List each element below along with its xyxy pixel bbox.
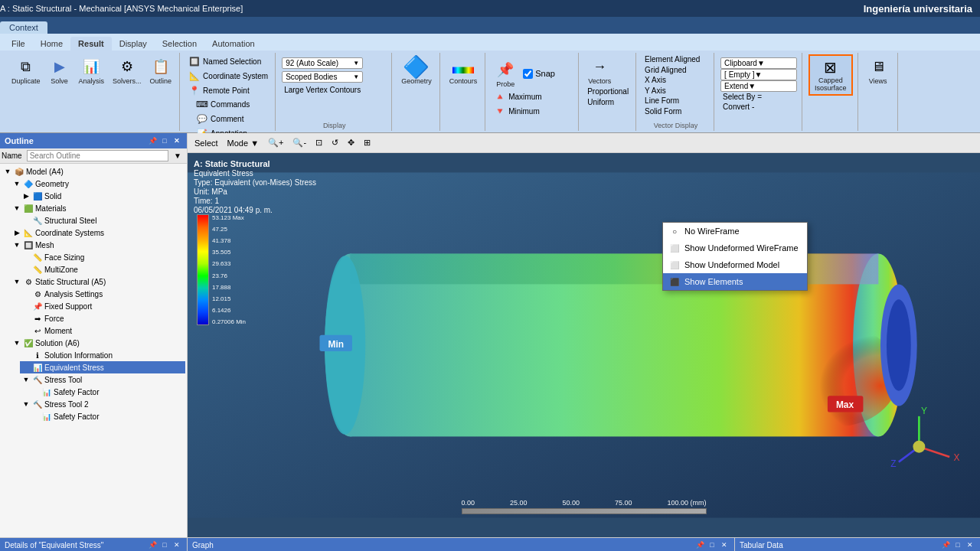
vectors-btn[interactable]: → Vectors: [585, 54, 614, 86]
graph-pin-btn[interactable]: 📌: [694, 540, 705, 550]
tabular-pin-btn[interactable]: 📌: [940, 540, 951, 550]
extend-dropdown[interactable]: Extend ▼: [720, 80, 797, 92]
vp-subtitle: Equivalent Stress: [194, 169, 316, 178]
empty-dropdown[interactable]: [ Empty ] ▼: [720, 69, 797, 80]
coords-expand[interactable]: ▶: [12, 229, 21, 236]
outline-search-input[interactable]: [27, 150, 168, 161]
views-btn[interactable]: 🖥 Views: [864, 54, 892, 86]
remote-point-btn[interactable]: 📍 Remote Point: [186, 83, 270, 97]
tree-item-facesizing[interactable]: 📏 Face Sizing: [20, 251, 185, 263]
outline-pin-btn[interactable]: 📌: [147, 135, 158, 146]
zoom-fit-btn[interactable]: ⊡: [312, 136, 326, 149]
tree-item-coords[interactable]: ▶ 📐 Coordinate Systems: [11, 227, 185, 239]
details-pin-btn[interactable]: 📌: [147, 540, 158, 550]
grid-aligned-btn[interactable]: Grid Aligned: [642, 65, 702, 75]
stresstool2-expand[interactable]: ▼: [21, 400, 31, 408]
pan-btn[interactable]: ✥: [344, 136, 358, 149]
commands-btn[interactable]: ⌨ Commands: [194, 97, 252, 111]
contours-btn[interactable]: ▬ Contours: [446, 54, 481, 86]
minimum-btn[interactable]: 🔻 Minimum: [492, 104, 544, 118]
details-close-btn[interactable]: ✕: [172, 540, 182, 550]
capped-btn[interactable]: ⊠ Capped Isosurface: [808, 54, 853, 96]
line-form-btn[interactable]: Line Form: [642, 96, 684, 106]
dropdown-item-undeformed-model[interactable]: ⬜ Show Undeformed Model: [663, 256, 807, 273]
tree-item-solution[interactable]: ▼ ✅ Solution (A6): [11, 337, 185, 349]
uniform-btn[interactable]: Uniform: [585, 97, 631, 107]
tree-item-eqstress[interactable]: 📊 Equivalent Stress: [20, 361, 185, 373]
outline-max-btn[interactable]: □: [159, 135, 170, 146]
tab-result[interactable]: Result: [70, 37, 112, 51]
tree-item-solinfo[interactable]: ℹ Solution Information: [20, 349, 185, 361]
coord-system-btn[interactable]: 📐 Coordinate System: [186, 69, 270, 83]
geometry-expand[interactable]: ▼: [12, 180, 21, 187]
details-max-btn[interactable]: □: [159, 540, 170, 550]
select-btn[interactable]: Select: [191, 137, 222, 149]
tab-home[interactable]: Home: [33, 37, 70, 51]
tree-item-materials[interactable]: ▼ 🟩 Materials: [11, 202, 185, 214]
tree-item-multizone[interactable]: 📏 MultiZone: [20, 263, 185, 276]
named-selection-btn[interactable]: 🔲 Named Selection: [186, 54, 270, 68]
rotate-btn[interactable]: ↺: [328, 136, 342, 149]
stresstool-expand[interactable]: ▼: [21, 376, 31, 383]
snap-checkbox[interactable]: [523, 69, 533, 79]
outline-btn[interactable]: 📋 Outline: [147, 54, 175, 86]
model-expand[interactable]: ▼: [3, 168, 12, 175]
large-vertex-btn[interactable]: Large Vertex Contours: [282, 85, 363, 95]
solid-expand[interactable]: ▶: [21, 192, 31, 200]
dropdown-item-show-elements[interactable]: ⬛ Show Elements: [663, 273, 807, 290]
zoom-in-btn[interactable]: 🔍+: [264, 136, 287, 149]
solid-form-btn[interactable]: Solid Form: [642, 106, 684, 116]
tree-item-safetyfactor[interactable]: 📊 Safety Factor: [29, 386, 185, 398]
tab-automation[interactable]: Automation: [204, 37, 263, 51]
graph-max-btn[interactable]: □: [707, 540, 717, 550]
tabular-max-btn[interactable]: □: [952, 540, 963, 550]
tab-file[interactable]: File: [4, 37, 33, 51]
analysis-btn[interactable]: 📊 Analysis: [76, 54, 108, 86]
tree-item-moment[interactable]: ↩ Moment: [20, 324, 185, 337]
zoom-box-btn[interactable]: ⊞: [360, 136, 374, 149]
outline-close-btn[interactable]: ✕: [172, 135, 182, 146]
mesh-expand[interactable]: ▼: [12, 241, 21, 249]
solve-btn[interactable]: ▶ Solve: [46, 54, 74, 86]
tree-item-mesh[interactable]: ▼ 🔲 Mesh: [11, 239, 185, 251]
scoped-bodies-dropdown[interactable]: Scoped Bodies ▼: [282, 71, 363, 83]
element-aligned-btn[interactable]: Element Aligned: [642, 54, 702, 64]
tree-item-force[interactable]: ➡ Force: [20, 312, 185, 324]
maximum-btn[interactable]: 🔺 Maximum: [492, 90, 544, 103]
dropdown-item-undeformed-wire[interactable]: ⬜ Show Undeformed WireFrame: [663, 240, 807, 256]
tree-item-analysis-settings[interactable]: ⚙ Analysis Settings: [20, 288, 185, 300]
tree-item-geometry[interactable]: ▼ 🔷 Geometry: [11, 178, 185, 190]
convert-btn[interactable]: Convert -: [720, 102, 756, 112]
solution-expand[interactable]: ▼: [12, 339, 21, 347]
probe-btn[interactable]: 📌 Probe: [492, 57, 519, 90]
tab-display[interactable]: Display: [112, 37, 155, 51]
auto-scale-dropdown[interactable]: 92 (Auto Scale) ▼: [282, 57, 363, 69]
materials-expand[interactable]: ▼: [12, 204, 21, 212]
tree-item-model[interactable]: ▼ 📦 Model (A4): [2, 165, 185, 178]
zoom-out-btn[interactable]: 🔍-: [289, 136, 310, 149]
solvers-btn[interactable]: ⚙ Solvers...: [109, 54, 145, 86]
mode-btn[interactable]: Mode ▼: [224, 137, 263, 149]
tree-item-safetyfactor2[interactable]: 📊 Safety Factor: [29, 410, 185, 422]
y-axis-btn[interactable]: Y Axis: [642, 86, 668, 96]
dropdown-item-nowireframe[interactable]: ○ No WireFrame: [663, 223, 807, 240]
tree-item-fixed-support[interactable]: 📌 Fixed Support: [20, 300, 185, 312]
tab-selection[interactable]: Selection: [155, 37, 204, 51]
graph-close-btn[interactable]: ✕: [719, 540, 730, 550]
static-expand[interactable]: ▼: [12, 278, 21, 285]
duplicate-btn[interactable]: ⧉ Duplicate: [8, 54, 44, 86]
tree-item-steel[interactable]: 🔧 Structural Steel: [20, 214, 185, 227]
outline-filter-btn[interactable]: ▼: [170, 150, 185, 161]
context-tab[interactable]: Context: [0, 21, 47, 34]
tree-item-stresstool2[interactable]: ▼ 🔨 Stress Tool 2: [20, 398, 185, 410]
select-by-btn[interactable]: Select By =: [720, 92, 764, 102]
tabular-close-btn[interactable]: ✕: [965, 540, 975, 550]
clipboard-dropdown[interactable]: Clipboard ▼: [720, 57, 797, 69]
tree-item-solid[interactable]: ▶ 🟦 Solid: [20, 190, 185, 202]
tree-item-stresstool[interactable]: ▼ 🔨 Stress Tool: [20, 373, 185, 386]
comment-btn[interactable]: 💬 Comment: [194, 112, 252, 126]
geometry-btn[interactable]: 🔷 Geometry: [398, 54, 435, 86]
tree-item-static[interactable]: ▼ ⚙ Static Structural (A5): [11, 276, 185, 288]
x-axis-btn[interactable]: X Axis: [642, 75, 668, 85]
proportional-btn[interactable]: Proportional: [585, 86, 631, 96]
